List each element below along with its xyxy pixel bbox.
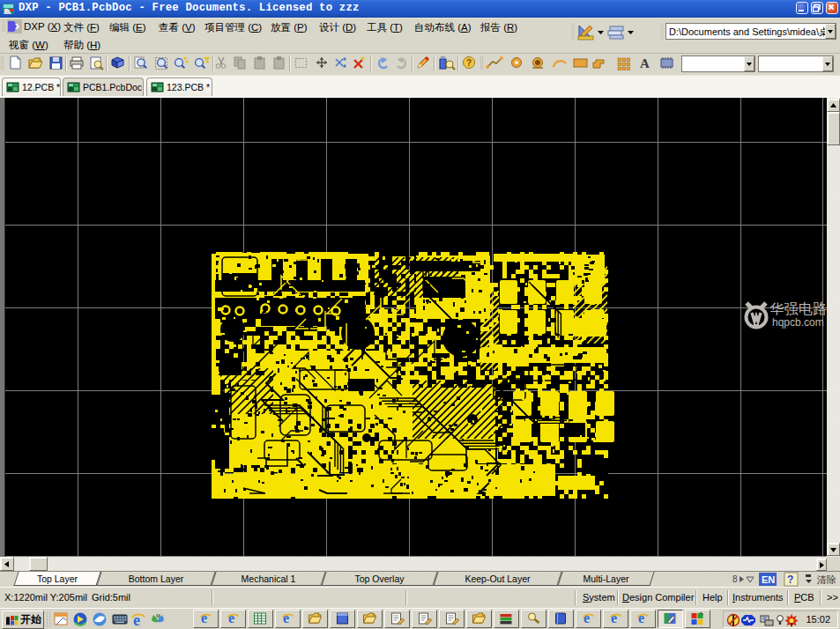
svg-text:A: A <box>640 56 650 70</box>
svg-text:8: 8 <box>732 574 738 584</box>
svg-text:EN: EN <box>762 574 775 585</box>
svg-text:?: ? <box>787 574 793 586</box>
svg-text:?: ? <box>466 58 472 68</box>
svg-text:清除: 清除 <box>816 574 836 585</box>
